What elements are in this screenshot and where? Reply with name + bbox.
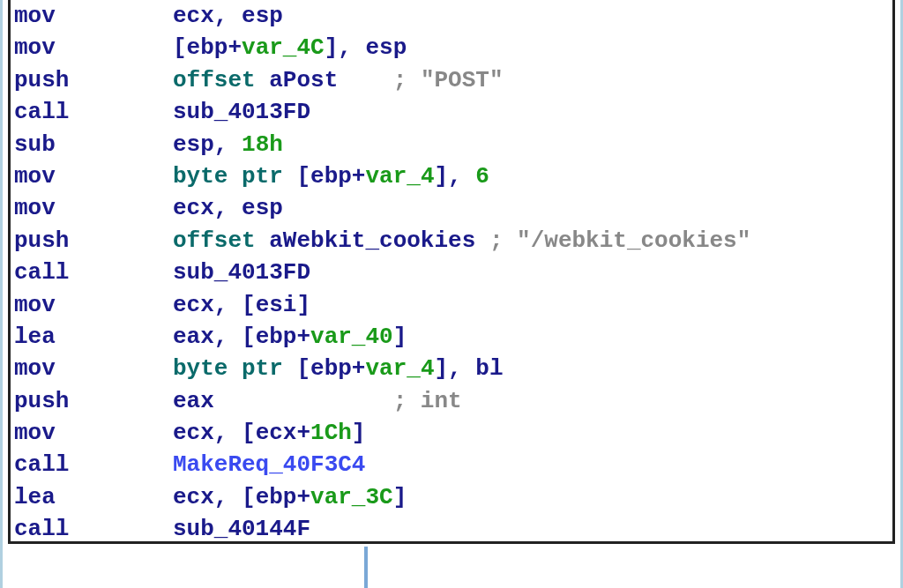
asm-mnemonic: mov [14,160,173,192]
asm-mnemonic: mov [14,32,173,63]
asm-token: ebp [187,34,228,61]
asm-token: offset [173,67,256,93]
asm-token: ebp [256,484,297,510]
asm-token: ], [434,163,475,190]
asm-line[interactable]: pushoffset aPost ; "POST" [14,64,889,96]
asm-token: + [296,420,310,446]
asm-line[interactable]: leaeax, [ebp+var_40] [14,321,889,353]
asm-token: esp [173,131,214,158]
asm-token: , [ [214,420,256,446]
asm-token: ecx [256,420,297,446]
asm-operands: eax ; int [173,385,462,417]
asm-token: ecx [173,3,214,29]
asm-mnemonic: push [14,385,173,417]
asm-mnemonic: mov [14,353,173,384]
asm-token: , [214,131,242,158]
asm-token: , [214,3,242,29]
asm-token: ], [325,34,366,61]
asm-token: ] [393,484,407,510]
asm-line[interactable]: movbyte ptr [ebp+var_4], bl [14,353,889,384]
asm-token [256,227,270,254]
asm-token: + [352,163,366,190]
asm-operands: offset aPost ; "POST" [173,64,504,96]
asm-token: + [296,324,310,350]
asm-token: + [352,355,366,382]
asm-operands: esp, 18h [173,129,283,160]
asm-token: byte ptr [173,355,283,382]
asm-mnemonic: lea [14,481,173,513]
asm-operands: byte ptr [ebp+var_4], bl [173,353,504,384]
asm-mnemonic: mov [14,192,173,224]
asm-line[interactable]: pushoffset aWebkit_cookies ; "/webkit_co… [14,225,889,257]
asm-token: [ [283,163,310,190]
asm-token: 1Ch [310,420,352,446]
asm-token: esp [365,34,407,61]
asm-mnemonic: mov [14,0,173,32]
asm-mnemonic: mov [14,417,173,449]
asm-operands: ecx, esp [173,192,283,224]
asm-token: ] [393,324,407,350]
asm-token: ; "/webkit_cookies" [489,227,750,254]
asm-operands: eax, [ebp+var_40] [173,321,407,353]
asm-token: aWebkit_cookies [269,227,489,254]
asm-line[interactable]: movecx, esp [14,0,889,32]
asm-mnemonic: call [14,513,173,544]
asm-token: , [ [214,324,256,350]
asm-operands: sub_4013FD [173,257,310,288]
asm-token: ebp [310,163,352,190]
asm-operands: MakeReq_40F3C4 [173,449,365,480]
asm-token: ebp [310,355,352,382]
asm-line[interactable]: callsub_4013FD [14,96,889,128]
asm-mnemonic: push [14,64,173,96]
asm-token: [ [173,34,187,61]
asm-token [256,67,270,93]
asm-token: , [214,195,242,221]
asm-line[interactable]: movecx, [esi] [14,289,889,321]
asm-line[interactable]: movecx, [ecx+1Ch] [14,417,889,449]
asm-operands: [ebp+var_4C], esp [173,32,407,63]
asm-token: var_3C [310,484,393,510]
asm-token: 18h [242,131,283,158]
asm-line[interactable]: movecx, esp [14,192,889,224]
asm-token: ], [434,355,475,382]
asm-token: + [228,34,242,61]
asm-line[interactable]: callsub_4013FD [14,257,889,288]
asm-operands: sub_4013FD [173,96,310,128]
asm-line[interactable]: pusheax ; int [14,385,889,417]
asm-token: ] [296,292,310,318]
asm-operands: ecx, [ecx+1Ch] [173,417,365,449]
asm-token: eax [173,388,393,414]
asm-token: var_4C [242,34,325,61]
asm-mnemonic: sub [14,129,173,160]
asm-operands: offset aWebkit_cookies ; "/webkit_cookie… [173,225,750,257]
asm-line[interactable]: callMakeReq_40F3C4 [14,449,889,480]
asm-line[interactable]: mov[ebp+var_4C], esp [14,32,889,63]
asm-token: MakeReq_40F3C4 [173,451,365,478]
asm-operands: sub_40144F [173,513,310,544]
asm-token: var_4 [365,163,434,190]
asm-token: ecx [173,484,214,510]
asm-mnemonic: call [14,96,173,128]
asm-token: esp [242,3,283,29]
graph-edge-connector [364,547,368,588]
disassembly-block[interactable]: movecx, espmov[ebp+var_4C], esppushoffse… [8,0,895,544]
asm-token: ecx [173,292,214,318]
asm-token: ecx [173,420,214,446]
asm-line[interactable]: subesp, 18h [14,129,889,160]
asm-token: sub_4013FD [173,259,310,286]
asm-operands: ecx, esp [173,0,283,32]
asm-mnemonic: call [14,257,173,288]
asm-line[interactable]: movbyte ptr [ebp+var_4], 6 [14,160,889,192]
asm-token: ; "POST" [393,67,504,93]
ida-graph-node-frame: movecx, espmov[ebp+var_4C], esppushoffse… [0,0,903,588]
asm-line[interactable]: leaecx, [ebp+var_3C] [14,481,889,513]
asm-line[interactable]: callsub_40144F [14,513,889,544]
asm-token: esi [256,292,297,318]
asm-mnemonic: call [14,449,173,480]
asm-token: var_40 [310,324,393,350]
asm-operands: ecx, [esi] [173,289,310,321]
asm-token: esp [242,195,283,221]
asm-token: eax [173,324,214,350]
asm-token: byte ptr [173,163,283,190]
asm-token: , [ [214,484,256,510]
